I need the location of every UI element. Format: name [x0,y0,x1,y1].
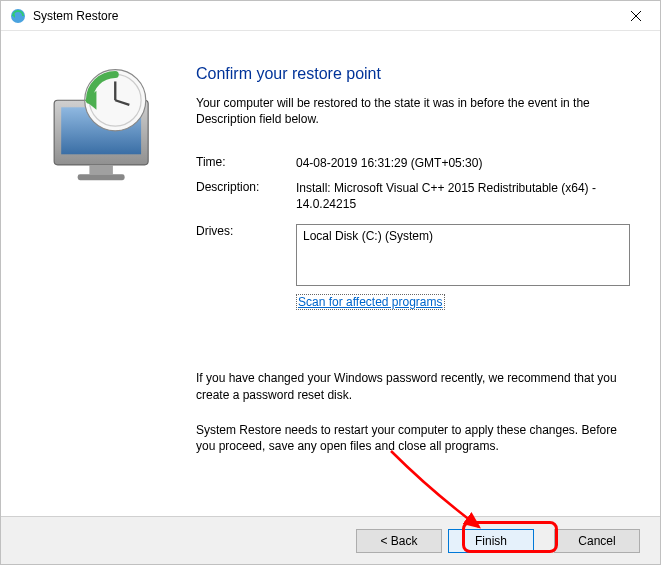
intro-text: Your computer will be restored to the st… [196,95,630,127]
restore-monitor-icon [33,192,174,209]
titlebar: System Restore [1,1,660,31]
window-title: System Restore [33,9,616,23]
description-row: Description: Install: Microsoft Visual C… [196,180,630,212]
drives-label: Drives: [196,224,296,286]
dialog-body: Confirm your restore point Your computer… [1,31,660,516]
drives-listbox[interactable]: Local Disk (C:) (System) [296,224,630,286]
footer-buttons: < Back Finish Cancel [1,516,660,564]
cancel-button[interactable]: Cancel [554,529,640,553]
restart-warning: System Restore needs to restart your com… [196,422,630,456]
content-area: Confirm your restore point Your computer… [186,31,660,516]
time-value: 04-08-2019 16:31:29 (GMT+05:30) [296,155,630,171]
finish-button[interactable]: Finish [448,529,534,553]
app-icon [9,7,27,25]
sidebar [1,31,186,516]
time-row: Time: 04-08-2019 16:31:29 (GMT+05:30) [196,155,630,171]
back-button[interactable]: < Back [356,529,442,553]
password-warning: If you have changed your Windows passwor… [196,370,630,404]
scan-affected-link[interactable]: Scan for affected programs [296,294,445,310]
warning-block: If you have changed your Windows passwor… [196,370,630,455]
svg-rect-7 [78,174,125,180]
description-value: Install: Microsoft Visual C++ 2015 Redis… [296,180,630,212]
system-restore-window: System Restore [0,0,661,565]
description-label: Description: [196,180,296,212]
scan-row: Scan for affected programs [296,294,630,310]
close-button[interactable] [616,2,656,30]
time-label: Time: [196,155,296,171]
svg-rect-6 [89,165,113,174]
drives-value: Local Disk (C:) (System) [303,229,433,243]
drives-row: Drives: Local Disk (C:) (System) [196,224,630,286]
page-heading: Confirm your restore point [196,65,630,83]
